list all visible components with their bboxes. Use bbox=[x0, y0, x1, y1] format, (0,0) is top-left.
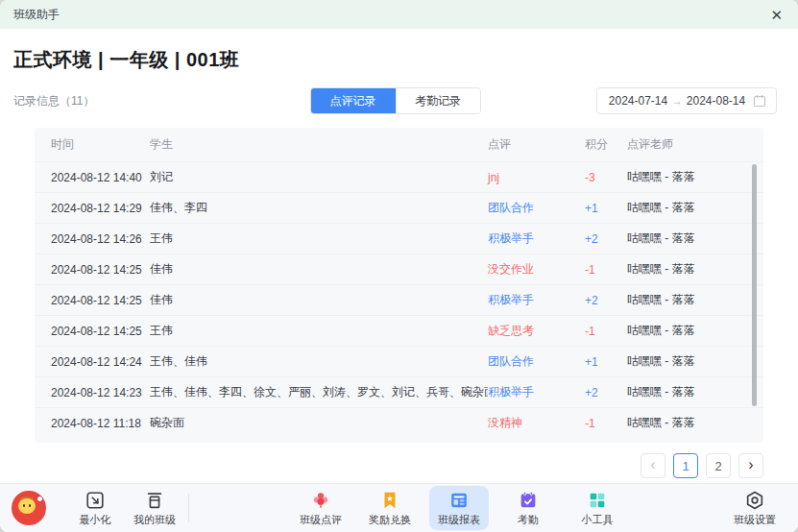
record-tabs: 点评记录 考勤记录 bbox=[310, 87, 481, 114]
cell-student: 王伟 bbox=[150, 323, 488, 339]
table-row: 2024-08-12 14:23 王伟、佳伟、李四、徐文、严丽、刘涛、罗文、刘记… bbox=[35, 376, 763, 407]
flower-icon bbox=[310, 490, 331, 511]
cell-points: +1 bbox=[585, 202, 627, 215]
tools-grid-icon bbox=[587, 490, 608, 511]
dock-item-tools[interactable]: 小工具 bbox=[568, 486, 627, 530]
dock-item-minimize[interactable]: 最小化 bbox=[65, 486, 125, 530]
page-title: 正式环境 | 一年级 | 001班 bbox=[13, 47, 785, 73]
cell-time: 2024-08-12 14:40 bbox=[51, 171, 150, 184]
table-row: 2024-08-12 11:18 碗杂面 没精神 -1 咕嘿嘿 - 落落 bbox=[35, 407, 763, 438]
cell-comment: 积极举手 bbox=[488, 384, 585, 400]
dock-item-reward-exchange[interactable]: ★ 奖励兑换 bbox=[360, 486, 420, 530]
cell-student: 刘记 bbox=[150, 169, 488, 185]
cell-time: 2024-08-12 14:25 bbox=[51, 263, 150, 277]
cell-teacher: 咕嘿嘿 - 落落 bbox=[627, 323, 744, 339]
cell-teacher: 咕嘿嘿 - 落落 bbox=[627, 169, 744, 185]
attendance-calendar-icon bbox=[518, 490, 539, 511]
date-start[interactable]: 2024-07-14 bbox=[607, 94, 669, 108]
column-header-teacher: 点评老师 bbox=[627, 136, 744, 153]
table-scrollbar[interactable] bbox=[752, 164, 757, 406]
dock-item-class-settings[interactable]: 班级设置 bbox=[725, 486, 785, 530]
cell-teacher: 咕嘿嘿 - 落落 bbox=[627, 353, 744, 370]
cell-points: +2 bbox=[585, 232, 627, 246]
dock-item-label: 奖励兑换 bbox=[369, 513, 411, 527]
cell-time: 2024-08-12 14:24 bbox=[51, 355, 150, 369]
table-row: 2024-08-12 14:25 佳伟 积极举手 +2 咕嘿嘿 - 落落 bbox=[35, 284, 763, 315]
cell-time: 2024-08-12 14:25 bbox=[51, 325, 150, 338]
minimize-icon bbox=[85, 490, 106, 511]
table-row: 2024-08-12 14:25 王伟 缺乏思考 -1 咕嘿嘿 - 落落 bbox=[35, 315, 763, 346]
table-row: 2024-08-12 14:26 王伟 积极举手 +2 咕嘿嘿 - 落落 bbox=[35, 223, 763, 254]
date-arrow-icon: → bbox=[669, 94, 685, 108]
record-info-label: 记录信息（11） bbox=[13, 93, 94, 109]
dock-item-label: 最小化 bbox=[80, 513, 111, 527]
cell-points: +2 bbox=[585, 294, 627, 307]
cell-teacher: 咕嘿嘿 - 落落 bbox=[627, 200, 744, 216]
dock-item-label: 班级点评 bbox=[300, 513, 342, 527]
date-range-picker[interactable]: 2024-07-14 → 2024-08-14 bbox=[596, 87, 777, 114]
cell-points: -1 bbox=[585, 417, 627, 430]
dock-item-label: 我的班级 bbox=[133, 513, 176, 527]
report-icon bbox=[448, 490, 470, 511]
bookmark-star-icon: ★ bbox=[379, 490, 400, 511]
dock-item-class-report[interactable]: 班级报表 bbox=[429, 486, 489, 530]
my-class-icon bbox=[144, 490, 165, 511]
tab-attendance-records[interactable]: 考勤记录 bbox=[396, 88, 480, 113]
cell-teacher: 咕嘿嘿 - 落落 bbox=[627, 415, 744, 431]
dock-item-label: 班级报表 bbox=[438, 513, 480, 527]
cell-student: 王伟、佳伟 bbox=[150, 353, 488, 370]
dock-item-my-class[interactable]: 我的班级 bbox=[125, 486, 184, 530]
bottom-dock: 最小化 我的班级 bbox=[0, 483, 798, 532]
cell-comment: 积极举手 bbox=[488, 292, 585, 308]
table-row: 2024-08-12 14:29 佳伟、李四 团队合作 +1 咕嘿嘿 - 落落 bbox=[35, 192, 763, 223]
cell-time: 2024-08-12 14:23 bbox=[51, 386, 150, 399]
pagination: ‹ 1 2 › bbox=[35, 453, 763, 478]
column-header-student: 学生 bbox=[150, 136, 488, 153]
cell-points: -3 bbox=[585, 171, 627, 184]
dock-center-group: 班级点评 ★ 奖励兑换 bbox=[291, 486, 627, 530]
date-end[interactable]: 2024-08-14 bbox=[685, 94, 747, 108]
dock-item-class-review[interactable]: 班级点评 bbox=[291, 486, 351, 530]
table-row: 2024-08-12 14:25 佳伟 没交作业 -1 咕嘿嘿 - 落落 bbox=[35, 254, 763, 284]
cell-student: 碗杂面 bbox=[150, 415, 488, 431]
dock-item-label: 考勤 bbox=[518, 513, 539, 527]
titlebar: 班级助手 ✕ bbox=[0, 0, 798, 29]
cell-teacher: 咕嘿嘿 - 落落 bbox=[627, 384, 744, 400]
records-table: 时间 学生 点评 积分 点评老师 2024-08-12 14:40 刘记 jnj… bbox=[35, 128, 763, 443]
cell-student: 佳伟、李四 bbox=[150, 200, 488, 216]
cell-comment: 没交作业 bbox=[488, 261, 585, 278]
cell-comment: 积极举手 bbox=[488, 230, 585, 247]
pagination-prev-icon[interactable]: ‹ bbox=[641, 453, 665, 478]
cell-teacher: 咕嘿嘿 - 落落 bbox=[627, 292, 744, 308]
table-row: 2024-08-12 14:24 王伟、佳伟 团队合作 +1 咕嘿嘿 - 落落 bbox=[35, 346, 763, 376]
pagination-next-icon[interactable]: › bbox=[738, 453, 763, 478]
cell-student: 佳伟 bbox=[150, 261, 488, 278]
cell-teacher: 咕嘿嘿 - 落落 bbox=[627, 230, 744, 247]
cell-points: -1 bbox=[585, 325, 627, 338]
settings-gear-icon bbox=[744, 490, 765, 511]
avatar[interactable] bbox=[12, 491, 46, 525]
cell-comment: 团队合作 bbox=[488, 353, 585, 370]
cell-time: 2024-08-12 14:26 bbox=[51, 232, 150, 246]
table-header-row: 时间 学生 点评 积分 点评老师 bbox=[35, 128, 763, 161]
cell-points: +2 bbox=[585, 386, 627, 399]
pagination-page-1[interactable]: 1 bbox=[673, 453, 698, 478]
cell-comment: 团队合作 bbox=[488, 200, 585, 216]
dock-item-attendance[interactable]: 考勤 bbox=[498, 486, 558, 530]
pagination-page-2[interactable]: 2 bbox=[706, 453, 731, 478]
column-header-time: 时间 bbox=[51, 136, 150, 153]
table-row: 2024-08-12 14:40 刘记 jnj -3 咕嘿嘿 - 落落 bbox=[35, 161, 763, 192]
class-assistant-window: 班级助手 ✕ 正式环境 | 一年级 | 001班 记录信息（11） 点评记录 考… bbox=[0, 0, 798, 532]
tab-review-records[interactable]: 点评记录 bbox=[311, 88, 396, 113]
cell-comment: 没精神 bbox=[488, 415, 585, 431]
dock-item-label: 班级设置 bbox=[734, 513, 776, 527]
cell-student: 佳伟 bbox=[150, 292, 488, 308]
cell-time: 2024-08-12 14:29 bbox=[51, 202, 150, 215]
cell-student: 王伟、佳伟、李四、徐文、严丽、刘涛、罗文、刘记、兵哥、碗杂面 bbox=[150, 384, 488, 400]
cell-time: 2024-08-12 14:25 bbox=[51, 294, 150, 307]
close-icon[interactable]: ✕ bbox=[770, 8, 783, 22]
cell-points: +1 bbox=[585, 355, 627, 369]
cell-student: 王伟 bbox=[150, 230, 488, 247]
app-title: 班级助手 bbox=[13, 7, 60, 23]
column-header-points: 积分 bbox=[585, 136, 627, 153]
